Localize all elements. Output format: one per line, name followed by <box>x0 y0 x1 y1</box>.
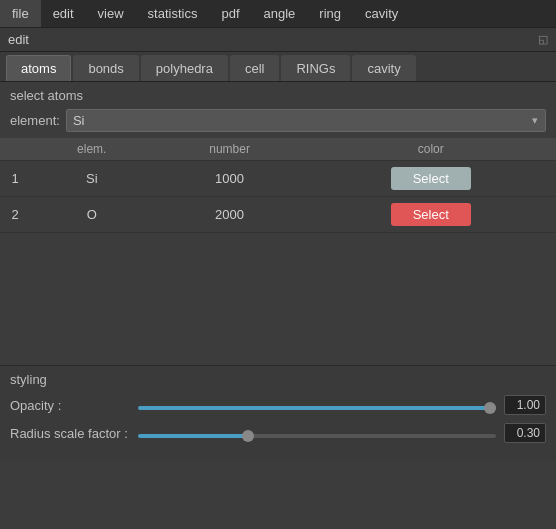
row1-number: 1000 <box>154 161 306 197</box>
opacity-slider-row: Opacity : 1.00 <box>10 395 546 415</box>
radius-slider-container <box>138 426 496 441</box>
opacity-label: Opacity : <box>10 398 130 413</box>
styling-label: styling <box>10 372 546 387</box>
table-row: 1 Si 1000 Select <box>0 161 556 197</box>
row2-elem: O <box>30 197 154 233</box>
table-row: 2 O 2000 Select <box>0 197 556 233</box>
select-button-2[interactable]: Select <box>391 203 471 226</box>
element-row: element: Si O ▾ <box>0 107 556 138</box>
opacity-slider-container <box>138 398 496 413</box>
radius-label: Radius scale factor : <box>10 426 130 441</box>
radius-slider-row: Radius scale factor : 0.30 <box>10 423 546 443</box>
opacity-slider[interactable] <box>138 406 496 410</box>
content-area: select atoms element: Si O ▾ elem. numbe… <box>0 82 556 461</box>
tab-rings[interactable]: RINGs <box>281 55 350 81</box>
select-button-1[interactable]: Select <box>391 167 471 190</box>
corner-icon: ◱ <box>538 33 548 46</box>
tab-cell[interactable]: cell <box>230 55 280 81</box>
row2-num: 2 <box>0 197 30 233</box>
tab-atoms[interactable]: atoms <box>6 55 71 81</box>
col-header-elem: elem. <box>30 138 154 161</box>
row1-color-cell: Select <box>306 161 556 197</box>
element-label: element: <box>10 113 60 128</box>
menu-statistics[interactable]: statistics <box>136 0 210 27</box>
empty-area <box>0 235 556 365</box>
row1-elem: Si <box>30 161 154 197</box>
atoms-table: elem. number color 1 Si 1000 Select 2 O … <box>0 138 556 233</box>
menu-pdf[interactable]: pdf <box>209 0 251 27</box>
opacity-value: 1.00 <box>504 395 546 415</box>
tab-bonds[interactable]: bonds <box>73 55 138 81</box>
menu-cavity[interactable]: cavity <box>353 0 410 27</box>
select-atoms-label: select atoms <box>0 82 556 107</box>
element-select-wrapper: Si O ▾ <box>66 109 546 132</box>
element-select[interactable]: Si O <box>66 109 546 132</box>
tab-polyhedra[interactable]: polyhedra <box>141 55 228 81</box>
row1-num: 1 <box>0 161 30 197</box>
row2-number: 2000 <box>154 197 306 233</box>
menu-angle[interactable]: angle <box>252 0 308 27</box>
radius-value: 0.30 <box>504 423 546 443</box>
col-header-number: number <box>154 138 306 161</box>
styling-section: styling Opacity : 1.00 Radius scale fact… <box>0 365 556 461</box>
tab-cavity[interactable]: cavity <box>352 55 415 81</box>
sub-header: edit ◱ <box>0 28 556 52</box>
menu-file[interactable]: file <box>0 0 41 27</box>
radius-slider[interactable] <box>138 434 496 438</box>
menu-view[interactable]: view <box>86 0 136 27</box>
col-header-color: color <box>306 138 556 161</box>
row2-color-cell: Select <box>306 197 556 233</box>
tabs-row: atoms bonds polyhedra cell RINGs cavity <box>0 52 556 82</box>
menu-ring[interactable]: ring <box>307 0 353 27</box>
col-header-num <box>0 138 30 161</box>
menu-bar: file edit view statistics pdf angle ring… <box>0 0 556 28</box>
menu-edit[interactable]: edit <box>41 0 86 27</box>
sub-header-label: edit <box>8 32 29 47</box>
